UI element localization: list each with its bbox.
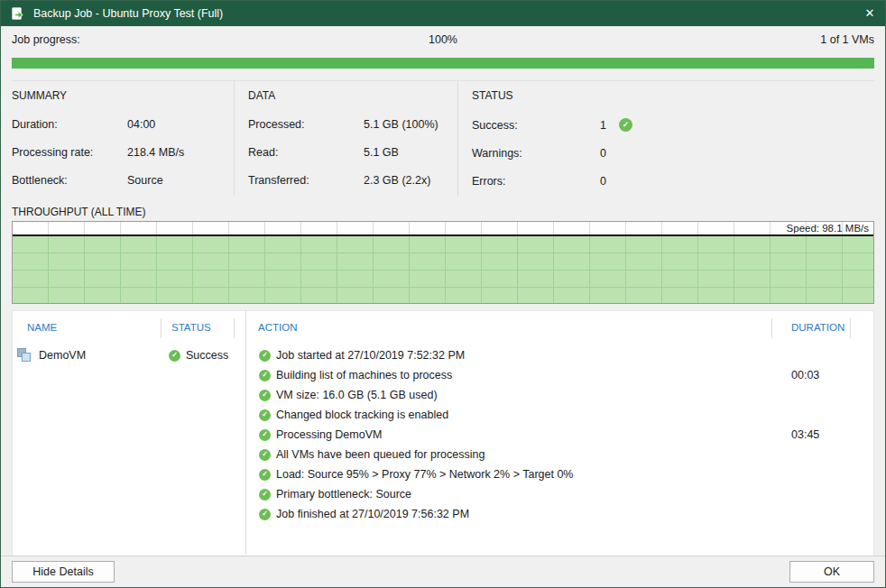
ok-button[interactable]: OK	[789, 561, 874, 583]
stat-label: Errors:	[472, 175, 600, 188]
action-log-row[interactable]: ✓ Building list of machines to process 0…	[246, 365, 873, 385]
action-log-row[interactable]: ✓ Processing DemoVM 03:45	[246, 425, 873, 445]
summary-bottleneck-row: Bottleneck: Source	[12, 174, 234, 187]
vm-status-text: Success	[186, 349, 228, 362]
stat-value: 5.1 GB (100%)	[364, 118, 438, 131]
close-button[interactable]: ✕	[854, 1, 885, 26]
success-check-icon: ✓	[169, 350, 180, 362]
action-duration: 00:03	[791, 369, 819, 381]
summary-duration-row: Duration: 04:00	[12, 118, 234, 131]
header-separator	[850, 318, 851, 338]
stat-value: 218.4 MB/s	[127, 146, 184, 159]
vm-list-header: NAME STATUS	[13, 311, 245, 345]
action-log: ACTION DURATION ✓ Job started at 27/10/2…	[246, 311, 873, 524]
details-panel: NAME STATUS DemoVM ✓ Success ACTION DURA…	[12, 310, 874, 566]
stat-value: 0	[600, 175, 606, 188]
stat-label: Duration:	[12, 118, 127, 131]
vm-counter: 1 of 1 VMs	[820, 33, 874, 46]
throughput-chart: Speed: 98.1 MB/s	[12, 221, 874, 304]
action-text: Job finished at 27/10/2019 7:56:32 PM	[276, 508, 469, 520]
summary-panel: SUMMARY Duration: 04:00 Processing rate:…	[1, 81, 234, 197]
status-title: STATUS	[472, 89, 885, 102]
action-column-header[interactable]: ACTION	[258, 322, 297, 333]
success-check-icon: ✓	[259, 469, 271, 481]
action-duration: 03:45	[791, 428, 819, 441]
vm-name: DemoVM	[39, 349, 161, 362]
action-text: VM size: 16.0 GB (5.1 GB used)	[276, 389, 438, 401]
stat-value: 2.3 GB (2.2x)	[364, 174, 430, 187]
action-log-row[interactable]: ✓ All VMs have been queued for processin…	[246, 445, 873, 464]
success-check-icon: ✓	[259, 409, 271, 421]
stat-label: Bottleneck:	[12, 174, 127, 187]
action-log-row[interactable]: ✓ Primary bottleneck: Source	[246, 484, 873, 504]
stat-label: Processed:	[248, 118, 364, 131]
success-check-icon: ✓	[259, 509, 271, 520]
success-check-icon: ✓	[259, 370, 271, 381]
job-progress-section: Job progress: 100% 1 of 1 VMs	[1, 33, 885, 81]
vm-icon	[17, 348, 32, 363]
stat-label: Warnings:	[472, 147, 600, 160]
progress-fill	[12, 58, 874, 69]
action-log-row[interactable]: ✓ Job started at 27/10/2019 7:52:32 PM	[246, 345, 873, 365]
backup-job-icon	[10, 6, 25, 22]
job-progress-label: Job progress:	[12, 33, 80, 46]
chart-speed-label: Speed: 98.1 MB/s	[787, 222, 869, 234]
action-text: Job started at 27/10/2019 7:52:32 PM	[276, 349, 465, 362]
action-text: Primary bottleneck: Source	[276, 488, 411, 501]
footer-bar: Hide Details OK	[1, 556, 885, 587]
action-text: All VMs have been queued for processing	[276, 448, 485, 461]
status-column-header[interactable]: STATUS	[171, 322, 211, 333]
success-check-icon: ✓	[259, 489, 271, 501]
action-log-row[interactable]: ✓ Changed block tracking is enabled	[246, 405, 873, 425]
action-log-row[interactable]: ✓ Job finished at 27/10/2019 7:56:32 PM	[246, 504, 873, 524]
success-check-icon: ✓	[619, 118, 632, 132]
stat-label: Transferred:	[248, 174, 364, 187]
stats-section: SUMMARY Duration: 04:00 Processing rate:…	[1, 81, 885, 197]
stat-value: Source	[127, 174, 163, 187]
header-separator	[234, 318, 235, 338]
header-separator	[771, 318, 772, 338]
stat-value: 0	[600, 147, 606, 160]
duration-column-header[interactable]: DURATION	[791, 322, 844, 333]
vm-list: NAME STATUS DemoVM ✓ Success	[13, 311, 245, 365]
summary-title: SUMMARY	[12, 89, 234, 102]
status-panel: STATUS Success: 1 ✓ Warnings: 0 Errors: …	[457, 81, 885, 197]
action-log-header: ACTION DURATION	[246, 311, 873, 345]
summary-rate-row: Processing rate: 218.4 MB/s	[12, 146, 234, 159]
titlebar: Backup Job - Ubuntu Proxy Test (Full) ✕	[1, 1, 885, 26]
job-progress-percent: 100%	[429, 33, 457, 46]
data-read-row: Read: 5.1 GB	[248, 146, 457, 159]
status-warnings-row: Warnings: 0	[472, 147, 885, 160]
vm-row[interactable]: DemoVM ✓ Success	[13, 345, 245, 365]
action-text: Building list of machines to process	[276, 369, 452, 381]
data-processed-row: Processed: 5.1 GB (100%)	[248, 118, 457, 131]
progress-bar	[12, 58, 874, 69]
stat-value: 04:00	[127, 118, 155, 131]
chart-area-series	[13, 234, 873, 303]
status-errors-row: Errors: 0	[472, 175, 885, 188]
data-title: DATA	[248, 89, 457, 102]
success-check-icon: ✓	[259, 390, 271, 401]
throughput-title: THROUGHPUT (ALL TIME)	[12, 206, 874, 218]
success-check-icon: ✓	[259, 350, 271, 362]
data-panel: DATA Processed: 5.1 GB (100%) Read: 5.1 …	[234, 81, 457, 197]
action-text: Processing DemoVM	[276, 428, 382, 441]
backup-job-dialog: Backup Job - Ubuntu Proxy Test (Full) ✕ …	[0, 0, 886, 588]
success-check-icon: ✓	[259, 449, 271, 461]
status-success-row: Success: 1 ✓	[472, 118, 885, 132]
action-log-row[interactable]: ✓ Load: Source 95% > Proxy 77% > Network…	[246, 464, 873, 484]
action-text: Load: Source 95% > Proxy 77% > Network 2…	[276, 468, 573, 481]
stat-value: 5.1 GB	[364, 146, 399, 159]
hide-details-button[interactable]: Hide Details	[12, 561, 115, 583]
data-transferred-row: Transferred: 2.3 GB (2.2x)	[248, 174, 457, 187]
stat-label: Read:	[248, 146, 364, 159]
header-separator	[161, 318, 162, 338]
stat-value: 1	[600, 119, 606, 132]
stat-label: Processing rate:	[12, 146, 127, 159]
success-check-icon: ✓	[259, 429, 271, 441]
window-title: Backup Job - Ubuntu Proxy Test (Full)	[33, 7, 854, 20]
name-column-header[interactable]: NAME	[27, 322, 57, 333]
action-text: Changed block tracking is enabled	[276, 409, 448, 421]
action-log-row[interactable]: ✓ VM size: 16.0 GB (5.1 GB used)	[246, 385, 873, 405]
stat-label: Success:	[472, 119, 600, 132]
